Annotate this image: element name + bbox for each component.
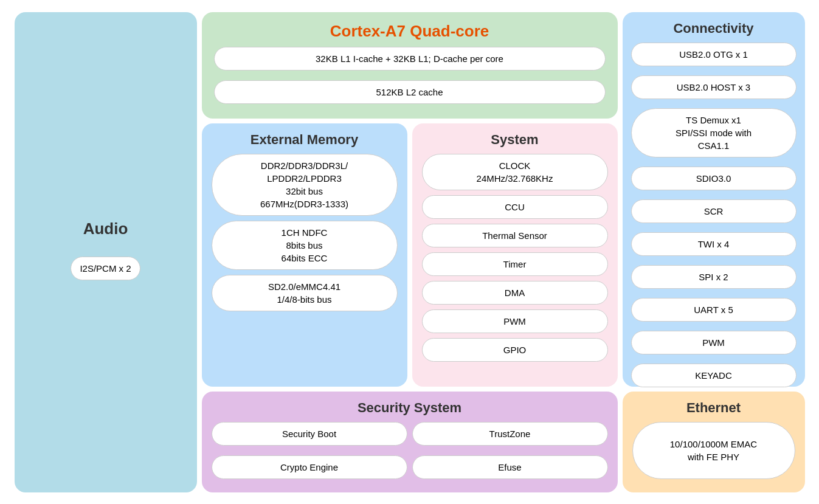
conn-item-8: PWM: [631, 331, 797, 354]
conn-item-4: SCR: [631, 199, 797, 223]
cortex-panel: Cortex-A7 Quad-core 32KB L1 I-cache + 32…: [202, 12, 618, 119]
ethernet-title: Ethernet: [632, 400, 795, 416]
conn-item-1: USB2.0 HOST x 3: [631, 75, 797, 99]
security-panel: Security System Security Boot TrustZone …: [202, 392, 618, 492]
cortex-pill-1: 512KB L2 cache: [214, 80, 606, 104]
middle-row: External Memory DDR2/DDR3/DDR3L/ LPDDR2/…: [202, 123, 618, 387]
audio-panel: Audio I2S/PCM x 2: [15, 12, 197, 492]
conn-item-3: SDIO3.0: [631, 167, 797, 190]
sys-item-5: PWM: [422, 309, 608, 333]
system-title: System: [422, 132, 608, 148]
sys-item-0: CLOCK 24MHz/32.768KHz: [422, 154, 608, 190]
sec-item-1: TrustZone: [412, 422, 608, 446]
cortex-pills: 32KB L1 I-cache + 32KB L1; D-cache per c…: [214, 47, 606, 109]
system-panel: System CLOCK 24MHz/32.768KHz CCU Thermal…: [412, 123, 618, 387]
eth-item-0: 10/100/1000M EMAC with FE PHY: [632, 422, 795, 479]
conn-item-5: TWI x 4: [631, 232, 797, 256]
sys-item-4: DMA: [422, 281, 608, 305]
cortex-title: Cortex-A7 Quad-core: [214, 22, 606, 41]
sec-item-0: Security Boot: [212, 422, 407, 446]
sys-item-1: CCU: [422, 195, 608, 219]
conn-item-2: TS Demux x1 SPI/SSI mode with CSA1.1: [631, 108, 797, 157]
security-title: Security System: [212, 400, 608, 416]
sys-item-3: Timer: [422, 252, 608, 276]
connectivity-title: Connectivity: [631, 21, 797, 36]
conn-item-0: USB2.0 OTG x 1: [631, 43, 797, 66]
conn-item-9: KEYADC: [631, 364, 797, 387]
sys-item-6: GPIO: [422, 338, 608, 362]
cortex-pill-0: 32KB L1 I-cache + 32KB L1; D-cache per c…: [214, 47, 606, 71]
sys-item-2: Thermal Sensor: [422, 224, 608, 247]
ext-mem-item-1: 1CH NDFC 8bits bus 64bits ECC: [212, 221, 398, 270]
connectivity-list: USB2.0 OTG x 1 USB2.0 HOST x 3 TS Demux …: [631, 43, 797, 392]
main-diagram: Audio I2S/PCM x 2 Cortex-A7 Quad-core 32…: [9, 6, 811, 499]
external-memory-panel: External Memory DDR2/DDR3/DDR3L/ LPDDR2/…: [202, 123, 407, 387]
bottom-row: Security System Security Boot TrustZone …: [202, 392, 805, 492]
ethernet-panel: Ethernet 10/100/1000M EMAC with FE PHY: [623, 392, 805, 492]
ext-mem-item-2: SD2.0/eMMC4.41 1/4/8-bits bus: [212, 275, 398, 311]
connectivity-panel: Connectivity USB2.0 OTG x 1 USB2.0 HOST …: [623, 12, 805, 387]
conn-item-7: UART x 5: [631, 298, 797, 322]
sec-item-2: Crypto Engine: [212, 455, 407, 479]
audio-title: Audio: [83, 219, 128, 238]
conn-item-6: SPI x 2: [631, 265, 797, 289]
ext-mem-title: External Memory: [212, 132, 398, 148]
audio-item-0: I2S/PCM x 2: [71, 257, 140, 280]
ext-mem-item-0: DDR2/DDR3/DDR3L/ LPDDR2/LPDDR3 32bit bus…: [212, 154, 398, 216]
sec-item-3: Efuse: [412, 455, 608, 479]
security-grid: Security Boot TrustZone Crypto Engine Ef…: [212, 422, 608, 484]
